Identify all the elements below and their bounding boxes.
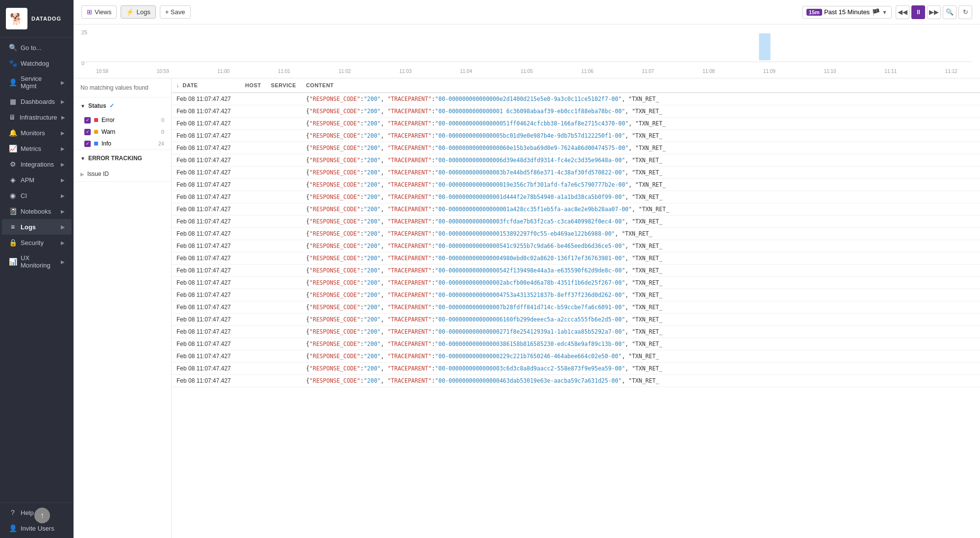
table-row[interactable]: Feb 08 11:07:47.427{"RESPONSE_CODE":"200… <box>172 375 980 387</box>
log-service <box>266 216 302 228</box>
log-service <box>266 167 302 179</box>
table-row[interactable]: Feb 08 11:07:47.427{"RESPONSE_CODE":"200… <box>172 105 980 118</box>
sidebar-item-monitors[interactable]: 🔔 Monitors ▶ <box>2 125 72 141</box>
pause-button[interactable]: ⏸ <box>911 5 925 19</box>
ux-monitoring-arrow: ▶ <box>61 259 65 265</box>
table-row[interactable]: Feb 08 11:07:47.427{"RESPONSE_CODE":"200… <box>172 179 980 191</box>
log-host <box>240 265 266 277</box>
table-row[interactable]: Feb 08 11:07:47.427{"RESPONSE_CODE":"200… <box>172 252 980 265</box>
log-service <box>266 203 302 216</box>
table-row[interactable]: Feb 08 11:07:47.427{"RESPONSE_CODE":"200… <box>172 154 980 167</box>
log-content: {"RESPONSE_CODE":"200", "TRACEPARENT":"0… <box>301 375 980 387</box>
table-row[interactable]: Feb 08 11:07:47.427{"RESPONSE_CODE":"200… <box>172 93 980 105</box>
date-column-header[interactable]: ↓ DATE <box>172 78 240 93</box>
status-section-header[interactable]: ▼ Status ✓ <box>74 98 171 114</box>
table-row[interactable]: Feb 08 11:07:47.427{"RESPONSE_CODE":"200… <box>172 265 980 277</box>
table-row[interactable]: Feb 08 11:07:47.427{"RESPONSE_CODE":"200… <box>172 216 980 228</box>
prev-button[interactable]: ◀◀ <box>896 5 909 19</box>
issue-id-row[interactable]: ▶ Issue ID <box>74 167 171 181</box>
service-mgmt-arrow: ▶ <box>61 80 65 85</box>
table-row[interactable]: Feb 08 11:07:47.427{"RESPONSE_CODE":"200… <box>172 191 980 203</box>
sidebar-item-dashboards[interactable]: ▦ Dashboards ▶ <box>2 94 72 109</box>
table-row[interactable]: Feb 08 11:07:47.427{"RESPONSE_CODE":"200… <box>172 350 980 363</box>
log-host <box>240 314 266 326</box>
sidebar-item-watchdog[interactable]: 🐾 Watchdog <box>2 55 72 71</box>
table-row[interactable]: Feb 08 11:07:47.427{"RESPONSE_CODE":"200… <box>172 338 980 350</box>
service-label: SERVICE <box>271 82 297 88</box>
table-row[interactable]: Feb 08 11:07:47.427{"RESPONSE_CODE":"200… <box>172 118 980 130</box>
table-row[interactable]: Feb 08 11:07:47.427{"RESPONSE_CODE":"200… <box>172 277 980 289</box>
table-row[interactable]: Feb 08 11:07:47.427{"RESPONSE_CODE":"200… <box>172 314 980 326</box>
logs-button[interactable]: ⚡ Logs <box>121 5 155 19</box>
sidebar-item-metrics[interactable]: 📈 Metrics ▶ <box>2 141 72 156</box>
filter-panel: No matching values found ▼ Status ✓ Erro… <box>74 78 172 538</box>
sidebar-item-security[interactable]: 🔒 Security ▶ <box>2 235 72 250</box>
time-settings-icon: 🏴 <box>872 8 880 16</box>
error-tracking-header[interactable]: ▼ ERROR TRACKING <box>74 150 171 167</box>
time-selector[interactable]: 15m Past 15 Minutes 🏴 ▼ <box>802 6 892 19</box>
host-column-header[interactable]: HOST <box>240 78 266 93</box>
table-row[interactable]: Feb 08 11:07:47.427{"RESPONSE_CODE":"200… <box>172 130 980 142</box>
table-row[interactable]: Feb 08 11:07:47.427{"RESPONSE_CODE":"200… <box>172 228 980 240</box>
zoom-button[interactable]: 🔍 <box>943 5 956 19</box>
sidebar-item-goto[interactable]: 🔍 Go to... <box>2 40 72 55</box>
log-date: Feb 08 11:07:47.427 <box>172 350 240 363</box>
table-row[interactable]: Feb 08 11:07:47.427{"RESPONSE_CODE":"200… <box>172 326 980 338</box>
warn-checkbox[interactable] <box>84 129 91 135</box>
next-button[interactable]: ▶▶ <box>927 5 941 19</box>
sidebar-item-service-mgmt[interactable]: 👤 Service Mgmt ▶ <box>2 71 72 94</box>
save-button[interactable]: + Save <box>160 5 191 19</box>
error-checkbox[interactable] <box>84 117 91 123</box>
log-content: {"RESPONSE_CODE":"200", "TRACEPARENT":"0… <box>301 130 980 142</box>
status-chevron-down-icon: ▼ <box>80 103 85 109</box>
issue-id-label: Issue ID <box>87 171 109 177</box>
logs-icon: ≡ <box>9 223 17 231</box>
sidebar-item-ux-monitoring[interactable]: 📊 UX Monitoring ▶ <box>2 250 72 273</box>
log-service <box>266 350 302 363</box>
sidebar-item-notebooks[interactable]: 📓 Notebooks ▶ <box>2 203 72 219</box>
pause-icon: ⏸ <box>915 8 922 16</box>
log-host <box>240 277 266 289</box>
table-row[interactable]: Feb 08 11:07:47.427{"RESPONSE_CODE":"200… <box>172 167 980 179</box>
status-section-label: Status <box>88 102 106 109</box>
log-service <box>266 375 302 387</box>
table-row[interactable]: Feb 08 11:07:47.427{"RESPONSE_CODE":"200… <box>172 142 980 154</box>
log-date: Feb 08 11:07:47.427 <box>172 363 240 375</box>
table-row[interactable]: Feb 08 11:07:47.427{"RESPONSE_CODE":"200… <box>172 240 980 252</box>
log-table-container[interactable]: ↓ DATE HOST SERVICE CONTENT <box>172 78 980 538</box>
service-column-header[interactable]: SERVICE <box>266 78 302 93</box>
log-date: Feb 08 11:07:47.427 <box>172 118 240 130</box>
log-service <box>266 252 302 265</box>
chart-x-8: 11:06 <box>581 69 594 74</box>
info-checkbox[interactable] <box>84 141 91 147</box>
log-content: {"RESPONSE_CODE":"200", "TRACEPARENT":"0… <box>301 240 980 252</box>
sidebar-item-logs[interactable]: ≡ Logs ▶ <box>2 219 72 235</box>
filter-item-warn[interactable]: Warn 0 <box>74 126 171 138</box>
sidebar-item-label-apm: APM <box>21 176 34 184</box>
log-table-body: Feb 08 11:07:47.427{"RESPONSE_CODE":"200… <box>172 93 980 387</box>
logs-nav-icon: ⚡ <box>126 8 134 16</box>
log-host <box>240 167 266 179</box>
warn-badge <box>94 130 98 134</box>
log-date: Feb 08 11:07:47.427 <box>172 375 240 387</box>
content-column-header[interactable]: CONTENT <box>301 78 980 93</box>
views-button[interactable]: ⊞ Views <box>81 5 117 19</box>
sidebar-item-infrastructure[interactable]: 🖥 Infrastructure ▶ <box>2 109 72 125</box>
log-content: {"RESPONSE_CODE":"200", "TRACEPARENT":"0… <box>301 93 980 105</box>
refresh-button[interactable]: ↻ <box>958 5 972 19</box>
log-date: Feb 08 11:07:47.427 <box>172 265 240 277</box>
sidebar-item-label-service-mgmt: Service Mgmt <box>21 75 57 90</box>
filter-item-info[interactable]: Info 24 <box>74 138 171 149</box>
sidebar-item-integrations[interactable]: ⚙ Integrations ▶ <box>2 156 72 172</box>
table-row[interactable]: Feb 08 11:07:47.427{"RESPONSE_CODE":"200… <box>172 363 980 375</box>
sidebar-item-ci[interactable]: ◉ CI ▶ <box>2 188 72 203</box>
sidebar-item-apm[interactable]: ◈ APM ▶ <box>2 172 72 188</box>
table-row[interactable]: Feb 08 11:07:47.427{"RESPONSE_CODE":"200… <box>172 301 980 314</box>
log-content: {"RESPONSE_CODE":"200", "TRACEPARENT":"0… <box>301 289 980 301</box>
log-content: {"RESPONSE_CODE":"200", "TRACEPARENT":"0… <box>301 277 980 289</box>
log-host <box>240 93 266 105</box>
topbar: ⊞ Views ⚡ Logs + Save 15m Past 15 Minute… <box>74 0 980 24</box>
table-row[interactable]: Feb 08 11:07:47.427{"RESPONSE_CODE":"200… <box>172 289 980 301</box>
table-row[interactable]: Feb 08 11:07:47.427{"RESPONSE_CODE":"200… <box>172 203 980 216</box>
filter-item-error[interactable]: Error 0 <box>74 114 171 126</box>
